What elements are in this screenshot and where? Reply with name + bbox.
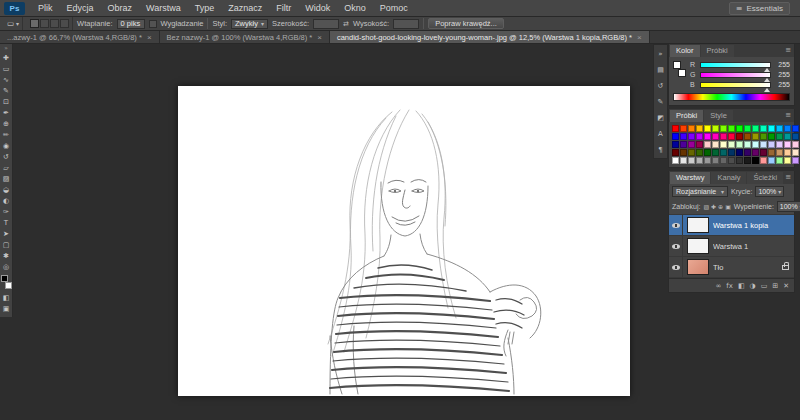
- swatch[interactable]: [768, 149, 775, 156]
- swatch[interactable]: [792, 157, 799, 164]
- quick-selection-tool[interactable]: ✎: [0, 85, 13, 96]
- swatch[interactable]: [792, 141, 799, 148]
- lock-icon[interactable]: ▨: [703, 203, 709, 210]
- channel-slider[interactable]: [700, 82, 771, 88]
- swatch[interactable]: [736, 141, 743, 148]
- swap-dimensions-icon[interactable]: ⇄: [343, 20, 349, 28]
- hand-tool[interactable]: ✱: [0, 250, 13, 261]
- gradient-tool[interactable]: ▨: [0, 173, 13, 184]
- channel-value[interactable]: 255: [774, 71, 790, 78]
- menu-item[interactable]: Filtr: [269, 0, 298, 16]
- collapse-tools-icon[interactable]: »: [4, 44, 8, 52]
- swatch[interactable]: [704, 125, 711, 132]
- screen-mode-icon[interactable]: ▣: [0, 303, 13, 314]
- swatch[interactable]: [752, 125, 759, 132]
- swatch[interactable]: [744, 133, 751, 140]
- brush-panel-icon[interactable]: ✎: [654, 95, 667, 108]
- character-panel-icon[interactable]: A: [654, 127, 667, 140]
- swatch[interactable]: [760, 157, 767, 164]
- layer-visibility-toggle[interactable]: [669, 236, 683, 256]
- swatch[interactable]: [720, 149, 727, 156]
- swatch[interactable]: [728, 133, 735, 140]
- pasteboard[interactable]: [13, 44, 653, 420]
- swatch[interactable]: [752, 141, 759, 148]
- workspace-switcher[interactable]: ≡ Essentials: [729, 2, 790, 15]
- close-icon[interactable]: ×: [147, 33, 152, 42]
- swatch[interactable]: [776, 125, 783, 132]
- document-tab[interactable]: ...azwy-1 @ 66,7% (Warstwa 4,RGB/8) * ×: [0, 31, 160, 43]
- lock-icon[interactable]: ▣: [725, 203, 731, 210]
- swatch[interactable]: [696, 157, 703, 164]
- document-canvas[interactable]: [178, 86, 630, 396]
- swatch[interactable]: [776, 141, 783, 148]
- layer-thumbnail[interactable]: [687, 259, 709, 275]
- menu-item[interactable]: Obraz: [101, 0, 140, 16]
- swatch[interactable]: [784, 133, 791, 140]
- shape-tool[interactable]: ▢: [0, 239, 13, 250]
- move-tool[interactable]: ✚: [0, 52, 13, 63]
- panel-tab[interactable]: Próbki: [701, 45, 734, 57]
- swatch[interactable]: [672, 133, 679, 140]
- lock-icon[interactable]: ⊕: [718, 203, 723, 210]
- swatch[interactable]: [680, 141, 687, 148]
- subtract-selection-button[interactable]: [50, 19, 59, 28]
- menu-item[interactable]: Widok: [298, 0, 337, 16]
- Tło[interactable]: Tło: [669, 257, 794, 278]
- fill-input[interactable]: 100% ▾: [777, 201, 800, 212]
- swatch[interactable]: [696, 149, 703, 156]
- feather-input[interactable]: 0 piks: [117, 19, 145, 29]
- swatch[interactable]: [728, 157, 735, 164]
- channel-slider[interactable]: [700, 62, 771, 68]
- menu-item[interactable]: Okno: [337, 0, 373, 16]
- swatch[interactable]: [712, 133, 719, 140]
- height-input[interactable]: [393, 19, 419, 29]
- swatch[interactable]: [792, 125, 799, 132]
- swatch[interactable]: [680, 133, 687, 140]
- lasso-tool[interactable]: ∿: [0, 74, 13, 85]
- document-tab[interactable]: candid-shot-good-looking-lovely-young-wo…: [330, 31, 650, 43]
- swatch[interactable]: [776, 157, 783, 164]
- swatch[interactable]: [688, 157, 695, 164]
- layers-panel-button[interactable]: ▭: [761, 282, 768, 290]
- menu-item[interactable]: Warstwa: [139, 0, 188, 16]
- swatch[interactable]: [720, 141, 727, 148]
- blend-mode-select[interactable]: Rozjaśnianie ▾: [672, 186, 728, 197]
- intersect-selection-button[interactable]: [60, 19, 69, 28]
- swatch[interactable]: [736, 125, 743, 132]
- layers-panel-button[interactable]: ◧: [738, 282, 745, 290]
- swatch[interactable]: [792, 133, 799, 140]
- swatch[interactable]: [768, 157, 775, 164]
- panel-tab[interactable]: Próbki: [670, 110, 703, 122]
- swatch[interactable]: [760, 141, 767, 148]
- swatch[interactable]: [744, 125, 751, 132]
- eraser-tool[interactable]: ▱: [0, 162, 13, 173]
- swatch[interactable]: [752, 149, 759, 156]
- swatch[interactable]: [680, 157, 687, 164]
- swatch[interactable]: [712, 157, 719, 164]
- lock-icon[interactable]: ✚: [711, 203, 716, 210]
- swatch[interactable]: [768, 125, 775, 132]
- pen-tool[interactable]: ✑: [0, 206, 13, 217]
- menu-item[interactable]: Pomoc: [373, 0, 415, 16]
- swatch[interactable]: [776, 149, 783, 156]
- zoom-tool[interactable]: ◎: [0, 261, 13, 272]
- channel-value[interactable]: 255: [774, 61, 790, 68]
- swatch[interactable]: [712, 125, 719, 132]
- background-color-chip[interactable]: [5, 282, 12, 289]
- blur-tool[interactable]: ◒: [0, 184, 13, 195]
- swatch[interactable]: [736, 149, 743, 156]
- swatch[interactable]: [720, 125, 727, 132]
- swatch[interactable]: [688, 141, 695, 148]
- history-brush-tool[interactable]: ↺: [0, 151, 13, 162]
- swatch[interactable]: [760, 149, 767, 156]
- swatch[interactable]: [768, 141, 775, 148]
- panel-menu-icon[interactable]: ≡: [785, 46, 791, 54]
- menu-item[interactable]: Edycja: [60, 0, 101, 16]
- swatch[interactable]: [680, 149, 687, 156]
- style-select[interactable]: Zwykły ▾: [231, 19, 268, 29]
- swatch[interactable]: [704, 141, 711, 148]
- layers-panel-button[interactable]: ◑: [750, 282, 756, 290]
- layers-panel-button[interactable]: ✕: [783, 282, 789, 290]
- swatch[interactable]: [744, 149, 751, 156]
- layers-panel-button[interactable]: ∞: [715, 282, 721, 290]
